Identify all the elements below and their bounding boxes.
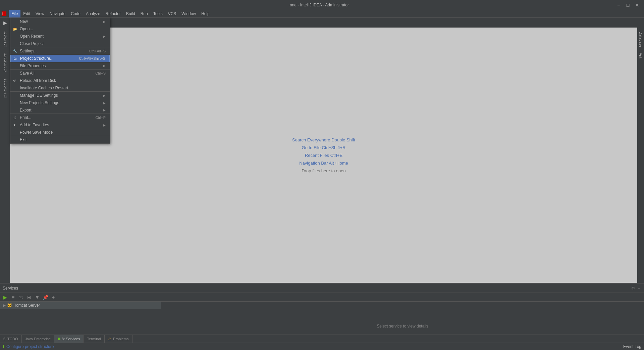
statusbar: ℹ Configure project structure Event Log xyxy=(0,343,644,350)
window-controls[interactable]: − □ ✕ xyxy=(615,2,641,8)
services-panel-title: Services xyxy=(3,286,630,291)
services-minimize-btn[interactable]: − xyxy=(636,285,641,291)
sidebar-structure[interactable]: Z: Structure xyxy=(2,50,8,75)
hint-recent: Recent Files Ctrl+E xyxy=(305,153,342,158)
services-add-btn[interactable]: + xyxy=(50,294,57,301)
menu-item-add-favorites[interactable]: ★ Add to Favorites ▶ xyxy=(10,121,110,129)
menu-item-invalidate[interactable]: Invalidate Caches / Restart... xyxy=(10,84,110,92)
status-message[interactable]: Configure project structure xyxy=(6,344,54,349)
menu-analyze[interactable]: Analyze xyxy=(83,10,103,17)
menu-code[interactable]: Code xyxy=(68,10,83,17)
hint-navbar: Navigation Bar Alt+Home xyxy=(299,161,348,166)
menu-item-settings[interactable]: 🔧 Settings... Ctrl+Alt+S xyxy=(10,47,110,55)
project-structure-icon: 🗂 xyxy=(13,57,19,60)
hint-search: Search Everywhere Double Shift xyxy=(292,137,355,142)
service-tomcat-row[interactable]: ▶ 🐱 Tomcat Server xyxy=(0,302,161,309)
services-filter-btn[interactable]: ▼ xyxy=(34,294,41,301)
menu-item-reload[interactable]: ↺ Reload All from Disk xyxy=(10,77,110,84)
status-info-icon: ℹ xyxy=(3,344,4,349)
menu-item-file-properties[interactable]: File Properties ▶ xyxy=(10,62,110,70)
event-log-label[interactable]: Event Log xyxy=(623,344,641,349)
menu-item-export[interactable]: Export ▶ xyxy=(10,106,110,114)
menu-tools[interactable]: Tools xyxy=(151,10,165,17)
menu-item-exit[interactable]: Exit xyxy=(10,136,110,143)
bottom-tabs-bar: 6: TODO Java Enterprise 8: Services Term… xyxy=(0,335,644,343)
menu-build[interactable]: Build xyxy=(123,10,138,17)
services-select-hint: Select service to view details xyxy=(377,324,428,329)
menu-item-close-project[interactable]: Close Project xyxy=(10,40,110,47)
open-icon: 📂 xyxy=(13,27,18,31)
services-toolbar: ▶ ≡ ⇆ ⊞ ▼ 📌 + xyxy=(0,293,644,302)
services-settings-btn[interactable]: ⚙ xyxy=(630,285,636,291)
services-expand-btn[interactable]: ≡ xyxy=(9,294,17,301)
tab-problems[interactable]: ⚠ Problems xyxy=(105,335,132,343)
menu-file[interactable]: File xyxy=(9,10,20,17)
sidebar-ant[interactable]: Ant xyxy=(638,50,643,61)
menu-item-new-projects-settings[interactable]: New Projects Settings ▶ xyxy=(10,99,110,106)
services-collapse-btn[interactable]: ⇆ xyxy=(17,294,25,301)
sidebar-database[interactable]: Database xyxy=(638,29,643,50)
menu-item-manage-ide[interactable]: Manage IDE Settings ▶ xyxy=(10,92,110,99)
titlebar: one - IntelliJ IDEA - Administrator − □ … xyxy=(0,0,644,10)
menu-window[interactable]: Window xyxy=(179,10,199,17)
favorites-icon: ★ xyxy=(13,123,18,127)
menubar: I File Edit View Navigate Code Analyze R… xyxy=(0,10,644,17)
right-sidebar: Database Ant xyxy=(637,28,644,283)
hint-goto: Go to File Ctrl+Shift+R xyxy=(302,145,346,150)
sidebar-project[interactable]: 1: Project xyxy=(2,29,8,50)
menu-item-open[interactable]: 📂 Open... xyxy=(10,25,110,33)
services-pin-btn[interactable]: 📌 xyxy=(42,294,49,301)
menu-item-power-save[interactable]: Power Save Mode xyxy=(10,129,110,136)
tomcat-server-icon: 🐱 xyxy=(7,303,12,308)
problems-warning-icon: ⚠ xyxy=(108,337,112,341)
services-panel-header: Services ⚙ − xyxy=(0,283,644,293)
reload-icon: ↺ xyxy=(13,79,18,83)
svg-text:I: I xyxy=(2,12,3,16)
tomcat-expand-icon: ▶ xyxy=(3,303,6,308)
window-title: one - IntelliJ IDEA - Administrator xyxy=(23,3,615,7)
minimize-button[interactable]: − xyxy=(615,2,622,8)
menu-edit[interactable]: Edit xyxy=(20,10,33,17)
tab-terminal[interactable]: Terminal xyxy=(84,335,105,343)
services-panel: Services ⚙ − ▶ ≡ ⇆ ⊞ ▼ 📌 + ▶ 🐱 Tomcat Se… xyxy=(0,283,644,335)
services-group-btn[interactable]: ⊞ xyxy=(25,294,33,301)
services-active-dot xyxy=(58,338,60,340)
menu-view[interactable]: View xyxy=(33,10,47,17)
sidebar-favorites[interactable]: 2: Favorites xyxy=(2,76,8,100)
toolbar-run-btn[interactable]: ▶ xyxy=(1,19,9,27)
tab-java-enterprise[interactable]: Java Enterprise xyxy=(22,335,54,343)
hint-drop: Drop files here to open xyxy=(302,168,346,173)
left-sidebar: 1: Project Z: Structure 2: Favorites xyxy=(0,28,10,283)
services-run-btn[interactable]: ▶ xyxy=(1,294,9,301)
menu-navigate[interactable]: Navigate xyxy=(47,10,68,17)
menu-item-project-structure[interactable]: 🗂 Project Structure... Ctrl+Alt+Shift+S xyxy=(10,55,110,62)
menu-item-save-all[interactable]: Save All Ctrl+S xyxy=(10,70,110,77)
settings-icon: 🔧 xyxy=(13,49,18,53)
menu-item-print[interactable]: 🖨 Print... Ctrl+P xyxy=(10,114,110,121)
menu-help[interactable]: Help xyxy=(199,10,212,17)
menu-refactor[interactable]: Refactor xyxy=(103,10,123,17)
maximize-button[interactable]: □ xyxy=(625,2,631,8)
close-button[interactable]: ✕ xyxy=(634,2,641,8)
tab-services[interactable]: 8: Services xyxy=(54,335,84,343)
tomcat-server-label: Tomcat Server xyxy=(14,303,40,308)
menu-item-open-recent[interactable]: Open Recent ▶ xyxy=(10,33,110,40)
menu-item-new[interactable]: New ▶ xyxy=(10,18,110,25)
print-icon: 🖨 xyxy=(13,116,18,120)
tab-todo[interactable]: 6: TODO xyxy=(0,335,22,343)
file-dropdown-menu: New ▶ 📂 Open... Open Recent ▶ Close Proj… xyxy=(10,17,110,144)
app-icon: I xyxy=(1,10,7,17)
menu-run[interactable]: Run xyxy=(138,10,151,17)
menu-vcs[interactable]: VCS xyxy=(165,10,179,17)
